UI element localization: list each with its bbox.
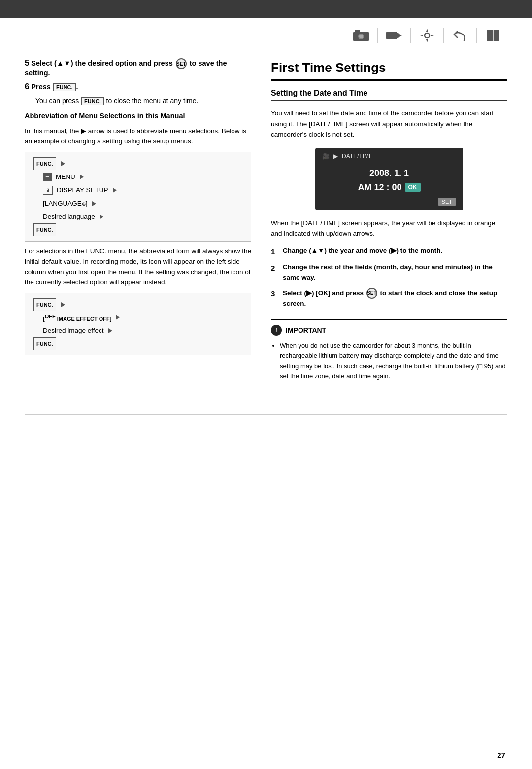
right-step-2-num: 2 xyxy=(271,262,279,283)
arrow-1 xyxy=(61,161,65,166)
icon-undo xyxy=(451,27,469,44)
dt-time-row: AM 12 : 00 OK xyxy=(322,182,456,193)
menu-flow-func-row-1: FUNC. xyxy=(33,157,243,170)
icon-settings xyxy=(418,27,436,44)
icons-row xyxy=(0,18,532,53)
important-item-1: When you do not use the camcorder for ab… xyxy=(280,341,507,382)
menu-flow-2: FUNC. [OFF IMAGE EFFECT OFF] Desired ima… xyxy=(25,293,251,356)
dt-header-icon: 🎥 xyxy=(322,153,330,160)
step-6-number: 6 xyxy=(25,82,29,91)
important-header: ! IMPORTANT xyxy=(271,325,507,336)
arrow-8 xyxy=(108,328,112,333)
right-step-3-text: Select (▶) [OK] and press SET to start t… xyxy=(283,288,507,309)
menu-item-desired-lang: Desired language xyxy=(33,210,243,223)
dt-header: 🎥 ▶ DATE/TIME xyxy=(322,153,456,163)
menu-flow-func-row-4: FUNC. xyxy=(33,337,243,350)
right-step-2-text: Change the rest of the fields (month, da… xyxy=(283,262,507,283)
right-step-1-num: 1 xyxy=(271,246,279,257)
desired-effect-label: Desired image effect xyxy=(43,324,104,337)
menu-flow-func-row-2: FUNC. xyxy=(33,223,243,236)
important-label: IMPORTANT xyxy=(286,326,326,334)
menu-item-display: 🖥 DISPLAY SETUP xyxy=(33,183,243,197)
important-list: When you do not use the camcorder for ab… xyxy=(280,341,507,382)
icon-video xyxy=(385,27,403,44)
bottom-rule xyxy=(25,414,507,415)
set-circle-step3: SET xyxy=(366,288,377,299)
svg-rect-7 xyxy=(487,30,493,41)
arrow-3 xyxy=(113,188,117,193)
func-label-2: FUNC. xyxy=(33,223,56,236)
arrow-7 xyxy=(116,315,120,320)
menu-icon: ☰ xyxy=(43,173,52,181)
step-6: 6 Press FUNC.. xyxy=(25,82,251,92)
icon-sep-4 xyxy=(476,28,477,43)
func-label-3: FUNC. xyxy=(33,298,56,311)
func-box-step6: FUNC. xyxy=(53,83,76,91)
dt-time: AM 12 : 00 xyxy=(358,182,401,193)
lang-label: [LANGUAGE⊕] xyxy=(43,197,88,210)
menu-item-language: [LANGUAGE⊕] xyxy=(33,197,243,210)
menu-item-effect: [OFF IMAGE EFFECT OFF] xyxy=(33,311,243,324)
arrow-4 xyxy=(92,201,96,206)
menu-flow-1: FUNC. ☰ MENU 🖥 DISPLAY SETUP [LANGUAGE⊕] xyxy=(25,152,251,242)
svg-rect-8 xyxy=(493,30,499,41)
svg-point-6 xyxy=(425,33,430,38)
menu-item-menu: ☰ MENU xyxy=(33,170,243,183)
dt-set-label: SET xyxy=(438,198,456,206)
step-5-text: Select (▲▼) the desired option and press… xyxy=(25,59,227,77)
main-content: 5 Select (▲▼) the desired option and pre… xyxy=(0,53,532,404)
arrow-2 xyxy=(80,175,84,179)
right-step-1: 1 Change (▲▼) the year and move (▶) to t… xyxy=(271,246,507,257)
page-title: First Time Settings xyxy=(271,60,507,81)
right-column: First Time Settings Setting the Date and… xyxy=(271,58,507,384)
func-box-step6-indent: FUNC. xyxy=(81,97,104,105)
menu-item-desired-effect: Desired image effect xyxy=(33,324,243,337)
section-title-date: Setting the Date and Time xyxy=(271,89,507,101)
left-column: 5 Select (▲▼) the desired option and pre… xyxy=(25,58,251,384)
desired-lang-label: Desired language xyxy=(43,210,95,223)
abbrev-body: In this manual, the ▶ arrow is used to a… xyxy=(25,126,251,147)
arrow-5 xyxy=(100,214,103,219)
svg-rect-4 xyxy=(386,32,397,39)
menu-label: MENU xyxy=(56,170,75,183)
icon-sep-2 xyxy=(410,28,411,43)
right-step-1-text: Change (▲▼) the year and move (▶) to the… xyxy=(283,246,442,257)
arrow-6 xyxy=(61,302,65,307)
abbrev-explanation: For selections in the FUNC. menu, the ab… xyxy=(25,246,251,288)
step-5: 5 Select (▲▼) the desired option and pre… xyxy=(25,58,251,77)
step-6-text: Press FUNC.. xyxy=(31,83,78,91)
top-bar xyxy=(0,0,532,18)
display-icon: 🖥 xyxy=(43,186,53,195)
important-icon: ! xyxy=(271,325,282,336)
step-5-number: 5 xyxy=(25,58,29,68)
right-steps: 1 Change (▲▼) the year and move (▶) to t… xyxy=(271,246,507,309)
right-step-3: 3 Select (▶) [OK] and press SET to start… xyxy=(271,288,507,309)
right-step-2: 2 Change the rest of the fields (month, … xyxy=(271,262,507,283)
func-label-1: FUNC. xyxy=(33,157,56,170)
dt-header-label: DATE/TIME xyxy=(342,153,373,160)
menu-flow-func-row-3: FUNC. xyxy=(33,298,243,311)
svg-rect-1 xyxy=(355,30,360,32)
dt-date: 2008. 1. 1 xyxy=(322,168,456,178)
func-label-4: FUNC. xyxy=(33,337,56,350)
icon-camera xyxy=(352,27,370,44)
datetime-screen: 🎥 ▶ DATE/TIME 2008. 1. 1 AM 12 : 00 OK S… xyxy=(315,148,463,210)
svg-marker-5 xyxy=(397,33,402,38)
right-step-3-num: 3 xyxy=(271,288,279,309)
abbrev-section: Abbreviation of Menu Selections in this … xyxy=(25,112,251,355)
svg-point-3 xyxy=(359,35,363,38)
icon-sep-1 xyxy=(377,28,378,43)
display-label: DISPLAY SETUP xyxy=(57,183,108,197)
dt-set-btn: SET xyxy=(322,198,456,205)
set-circle-step5: SET xyxy=(176,58,187,69)
dt-arrow: ▶ xyxy=(333,153,338,160)
intro-text: You will need to set the date and time o… xyxy=(271,108,507,140)
important-box: ! IMPORTANT When you do not use the camc… xyxy=(271,319,507,382)
step-6-indent: You can press FUNC. to close the menu at… xyxy=(35,97,251,105)
icon-book xyxy=(484,27,502,44)
page-number: 27 xyxy=(497,751,505,759)
dt-ok-badge: OK xyxy=(405,183,421,192)
dt-appear-text: When the [DATE/TIME] screen appears, the… xyxy=(271,218,507,239)
icon-sep-3 xyxy=(443,28,444,43)
abbrev-title: Abbreviation of Menu Selections in this … xyxy=(25,112,251,122)
